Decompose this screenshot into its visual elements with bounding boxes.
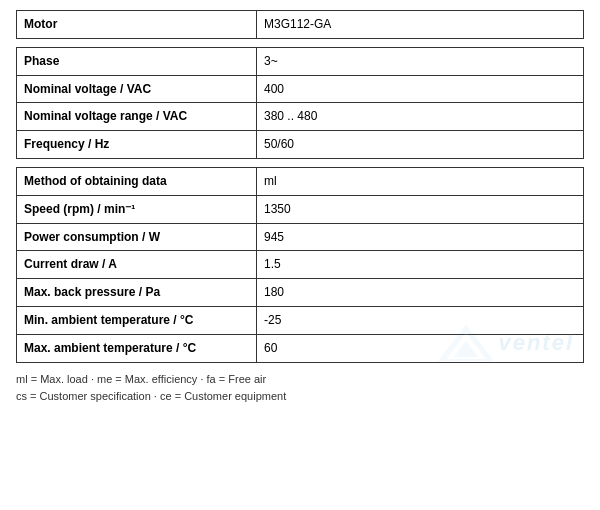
row-label: Frequency / Hz: [17, 131, 257, 159]
footnote-line1: ml = Max. load · me = Max. efficiency · …: [16, 371, 584, 389]
table-row: Max. back pressure / Pa180: [17, 279, 584, 307]
footnote-line2: cs = Customer specification · ce = Custo…: [16, 388, 584, 406]
row-value: 380 .. 480: [257, 103, 584, 131]
performance-section: Method of obtaining datamlSpeed (rpm) / …: [16, 167, 584, 363]
row-value: -25: [257, 306, 584, 334]
row-value: 180: [257, 279, 584, 307]
performance-table: Method of obtaining datamlSpeed (rpm) / …: [16, 167, 584, 363]
motor-value: M3G112-GA: [257, 11, 584, 39]
footnote: ml = Max. load · me = Max. efficiency · …: [16, 371, 584, 406]
row-label: Method of obtaining data: [17, 167, 257, 195]
table-row: Current draw / A1.5: [17, 251, 584, 279]
row-label: Max. back pressure / Pa: [17, 279, 257, 307]
motor-label: Motor: [17, 11, 257, 39]
row-label: Min. ambient temperature / °C: [17, 306, 257, 334]
row-value: 1350: [257, 195, 584, 223]
row-label: Current draw / A: [17, 251, 257, 279]
row-label: Phase: [17, 47, 257, 75]
row-label: Power consumption / W: [17, 223, 257, 251]
row-value: 50/60: [257, 131, 584, 159]
table-row: Max. ambient temperature / °C60: [17, 334, 584, 362]
electrical-table: Phase3~Nominal voltage / VAC400Nominal v…: [16, 47, 584, 159]
row-value: 3~: [257, 47, 584, 75]
row-value: 1.5: [257, 251, 584, 279]
row-label: Nominal voltage range / VAC: [17, 103, 257, 131]
table-row: Nominal voltage range / VAC380 .. 480: [17, 103, 584, 131]
table-row: Phase3~: [17, 47, 584, 75]
motor-table: Motor M3G112-GA: [16, 10, 584, 39]
row-value: 400: [257, 75, 584, 103]
row-label: Max. ambient temperature / °C: [17, 334, 257, 362]
table-row: Frequency / Hz50/60: [17, 131, 584, 159]
row-label: Speed (rpm) / min⁻¹: [17, 195, 257, 223]
row-value: 945: [257, 223, 584, 251]
table-row: Method of obtaining dataml: [17, 167, 584, 195]
table-row: Motor M3G112-GA: [17, 11, 584, 39]
row-label: Nominal voltage / VAC: [17, 75, 257, 103]
table-row: Min. ambient temperature / °C-25: [17, 306, 584, 334]
table-row: Speed (rpm) / min⁻¹1350: [17, 195, 584, 223]
table-row: Nominal voltage / VAC400: [17, 75, 584, 103]
row-value: ml: [257, 167, 584, 195]
table-row: Power consumption / W945: [17, 223, 584, 251]
row-value: 60: [257, 334, 584, 362]
